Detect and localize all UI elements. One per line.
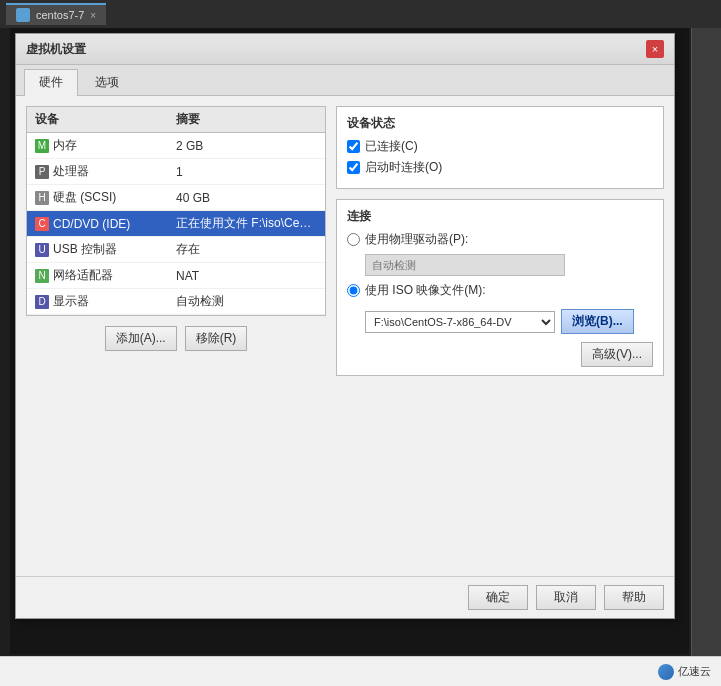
dialog-close-button[interactable]: × xyxy=(646,40,664,58)
device-row-memory[interactable]: M 内存 2 GB xyxy=(27,133,325,159)
add-device-button[interactable]: 添加(A)... xyxy=(105,326,177,351)
device-panel-footer: 添加(A)... 移除(R) xyxy=(26,316,326,361)
autoconnect-checkbox[interactable] xyxy=(347,161,360,174)
device-row-display[interactable]: D 显示器 自动检测 xyxy=(27,289,325,315)
device-summary-cddvd: 正在使用文件 F:\iso\CentOS-7-... xyxy=(176,215,317,232)
memory-icon: M xyxy=(35,139,49,153)
dialog-tabs: 硬件 选项 xyxy=(16,65,674,96)
iso-path-select[interactable]: F:\iso\CentOS-7-x86_64-DV xyxy=(365,311,555,333)
browse-button[interactable]: 浏览(B)... xyxy=(561,309,634,334)
device-row-cpu[interactable]: P 处理器 1 xyxy=(27,159,325,185)
net-icon: N xyxy=(35,269,49,283)
tab-label: centos7-7 xyxy=(36,9,84,21)
autoconnect-label[interactable]: 启动时连接(O) xyxy=(365,159,442,176)
device-label-cddvd: CD/DVD (IDE) xyxy=(53,217,130,231)
dialog-body: 设备 摘要 M 内存 2 GB P xyxy=(16,96,674,576)
device-summary-net: NAT xyxy=(176,269,317,283)
advanced-row: 高级(V)... xyxy=(347,342,653,367)
cddvd-icon: C xyxy=(35,217,49,231)
taskbar: centos7-7 × xyxy=(0,0,721,28)
brand-icon xyxy=(658,664,674,680)
status-section-title: 设备状态 xyxy=(347,115,653,132)
left-panel: 设备 摘要 M 内存 2 GB P xyxy=(26,106,326,566)
device-label-memory: 内存 xyxy=(53,137,77,154)
connection-section: 连接 使用物理驱动器(P): 使用 ISO 映 xyxy=(336,199,664,376)
auto-detect-row xyxy=(365,254,653,276)
cpu-icon: P xyxy=(35,165,49,179)
usb-icon: U xyxy=(35,243,49,257)
device-row-disk[interactable]: H 硬盘 (SCSI) 40 GB xyxy=(27,185,325,211)
connection-radio-group: 使用物理驱动器(P): 使用 ISO 映像文件(M): F:\is xyxy=(347,231,653,334)
right-sidebar-strip xyxy=(691,28,721,686)
cancel-button[interactable]: 取消 xyxy=(536,585,596,610)
use-physical-radio[interactable] xyxy=(347,233,360,246)
brand-text: 亿速云 xyxy=(678,664,711,679)
device-summary-cpu: 1 xyxy=(176,165,317,179)
device-summary-usb: 存在 xyxy=(176,241,317,258)
bottom-bar: 亿速云 xyxy=(0,656,721,686)
device-label-disk: 硬盘 (SCSI) xyxy=(53,189,116,206)
device-row-net[interactable]: N 网络适配器 NAT xyxy=(27,263,325,289)
iso-select-row: F:\iso\CentOS-7-x86_64-DV 浏览(B)... xyxy=(365,309,653,334)
device-label-usb: USB 控制器 xyxy=(53,241,117,258)
device-panel: 设备 摘要 M 内存 2 GB P xyxy=(26,106,326,316)
use-physical-label[interactable]: 使用物理驱动器(P): xyxy=(365,231,468,248)
connected-checkbox[interactable] xyxy=(347,140,360,153)
connected-label[interactable]: 已连接(C) xyxy=(365,138,418,155)
autoconnect-checkbox-row: 启动时连接(O) xyxy=(347,159,653,176)
use-iso-row: 使用 ISO 映像文件(M): xyxy=(347,282,653,299)
use-iso-radio[interactable] xyxy=(347,284,360,297)
taskbar-tab[interactable]: centos7-7 × xyxy=(6,3,106,25)
dialog-overlay: 虚拟机设置 × 硬件 选项 设备 摘要 M xyxy=(10,28,689,654)
device-summary-display: 自动检测 xyxy=(176,293,317,310)
settings-panel: 设备状态 已连接(C) 启动时连接(O) 连接 xyxy=(336,106,664,566)
brand-area: 亿速云 xyxy=(658,664,711,680)
display-icon: D xyxy=(35,295,49,309)
status-section: 设备状态 已连接(C) 启动时连接(O) xyxy=(336,106,664,189)
device-table-header: 设备 摘要 xyxy=(27,107,325,133)
auto-detect-input[interactable] xyxy=(365,254,565,276)
dialog-footer: 确定 取消 帮助 xyxy=(16,576,674,618)
header-device: 设备 xyxy=(35,111,176,128)
header-summary: 摘要 xyxy=(176,111,317,128)
tab-icon xyxy=(16,8,30,22)
ok-button[interactable]: 确定 xyxy=(468,585,528,610)
use-physical-row: 使用物理驱动器(P): xyxy=(347,231,653,248)
device-summary-disk: 40 GB xyxy=(176,191,317,205)
device-label-net: 网络适配器 xyxy=(53,267,113,284)
device-row-usb[interactable]: U USB 控制器 存在 xyxy=(27,237,325,263)
tab-hardware[interactable]: 硬件 xyxy=(24,69,78,96)
dialog-titlebar: 虚拟机设置 × xyxy=(16,34,674,65)
dialog-title: 虚拟机设置 xyxy=(26,41,86,58)
tab-options[interactable]: 选项 xyxy=(80,69,134,95)
connected-checkbox-row: 已连接(C) xyxy=(347,138,653,155)
vm-settings-dialog: 虚拟机设置 × 硬件 选项 设备 摘要 M xyxy=(15,33,675,619)
use-iso-label[interactable]: 使用 ISO 映像文件(M): xyxy=(365,282,486,299)
disk-icon: H xyxy=(35,191,49,205)
device-label-display: 显示器 xyxy=(53,293,89,310)
device-summary-memory: 2 GB xyxy=(176,139,317,153)
remove-device-button[interactable]: 移除(R) xyxy=(185,326,248,351)
advanced-button[interactable]: 高级(V)... xyxy=(581,342,653,367)
tab-close-icon[interactable]: × xyxy=(90,10,96,21)
help-button[interactable]: 帮助 xyxy=(604,585,664,610)
device-row-cddvd[interactable]: C CD/DVD (IDE) 正在使用文件 F:\iso\CentOS-7-..… xyxy=(27,211,325,237)
device-label-cpu: 处理器 xyxy=(53,163,89,180)
connection-section-title: 连接 xyxy=(347,208,653,225)
